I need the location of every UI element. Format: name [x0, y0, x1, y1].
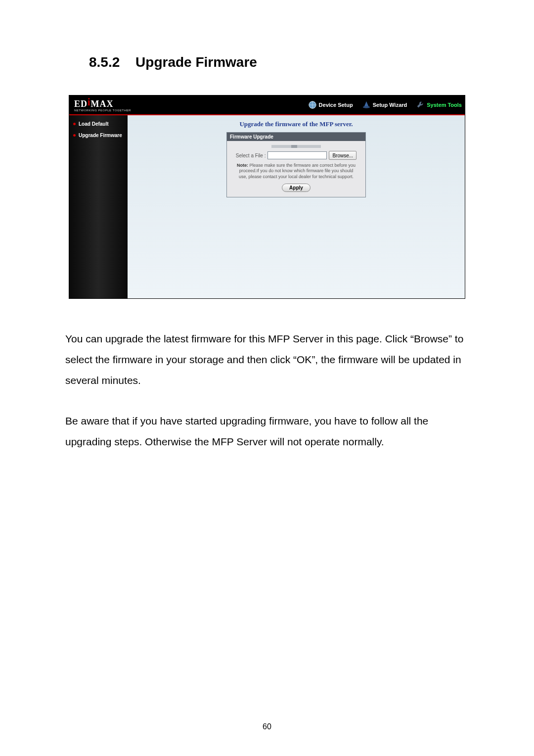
file-select-row: Select a File : Browse...: [232, 151, 360, 160]
bullet-icon: [73, 134, 76, 137]
logo-text: EDiMAX: [74, 98, 131, 108]
nav-label: System Tools: [427, 102, 462, 108]
wrench-icon: [416, 100, 425, 109]
sidebar-item-load-default[interactable]: Load Default: [69, 119, 128, 131]
note-text: Note: Please make sure the firmware are …: [232, 163, 360, 184]
paragraph-2: Be aware that if you have started upgrad…: [65, 411, 469, 452]
page-title: Upgrade the firmware of the MFP server.: [239, 120, 353, 128]
screenshot-router-admin: EDiMAX NETWORKING PEOPLE TOGETHER Device…: [69, 95, 465, 299]
panel-body: Select a File : Browse... Note: Please m…: [227, 141, 365, 197]
main-content: Upgrade the firmware of the MFP server. …: [128, 115, 465, 298]
page-number: 60: [0, 722, 534, 731]
section-heading: 8.5.2 Upgrade Firmware: [89, 54, 469, 70]
topnav: Device Setup Setup Wizard System Tools: [308, 100, 462, 109]
nav-device-setup[interactable]: Device Setup: [308, 100, 353, 109]
heading-title: Upgrade Firmware: [135, 54, 257, 70]
globe-icon: [308, 100, 317, 109]
topbar: EDiMAX NETWORKING PEOPLE TOGETHER Device…: [69, 95, 465, 115]
sidebar: Load Default Upgrade Firmware: [69, 115, 128, 298]
browse-button[interactable]: Browse...: [329, 151, 356, 160]
nav-label: Device Setup: [319, 102, 353, 108]
nav-label: Setup Wizard: [373, 102, 407, 108]
sidebar-item-upgrade-firmware[interactable]: Upgrade Firmware: [69, 131, 128, 142]
sidebar-item-label: Upgrade Firmware: [79, 133, 122, 138]
nav-system-tools[interactable]: System Tools: [416, 100, 462, 109]
bullet-icon: [73, 123, 76, 125]
nav-setup-wizard[interactable]: Setup Wizard: [362, 100, 407, 109]
wizard-hat-icon: [362, 100, 371, 109]
content-row: Load Default Upgrade Firmware Upgrade th…: [69, 115, 465, 298]
logo-tagline: NETWORKING PEOPLE TOGETHER: [74, 109, 131, 112]
document-page: 8.5.2 Upgrade Firmware EDiMAX NETWORKING…: [0, 0, 534, 756]
firmware-upgrade-panel: Firmware Upgrade Select a File : Browse.…: [226, 132, 366, 197]
sidebar-item-label: Load Default: [79, 121, 109, 127]
panel-header: Firmware Upgrade: [227, 133, 365, 141]
brand-logo: EDiMAX NETWORKING PEOPLE TOGETHER: [74, 98, 131, 112]
note-bold: Note:: [237, 163, 248, 168]
note-body: Please make sure the firmware are correc…: [239, 163, 356, 179]
progress-indicator-icon: [271, 145, 321, 148]
file-label: Select a File :: [236, 153, 266, 158]
file-path-input[interactable]: [267, 151, 327, 159]
apply-button[interactable]: Apply: [282, 184, 311, 192]
svg-point-1: [363, 106, 370, 108]
heading-number: 8.5.2: [89, 54, 120, 70]
paragraph-1: You can upgrade the latest firmware for …: [65, 329, 469, 391]
